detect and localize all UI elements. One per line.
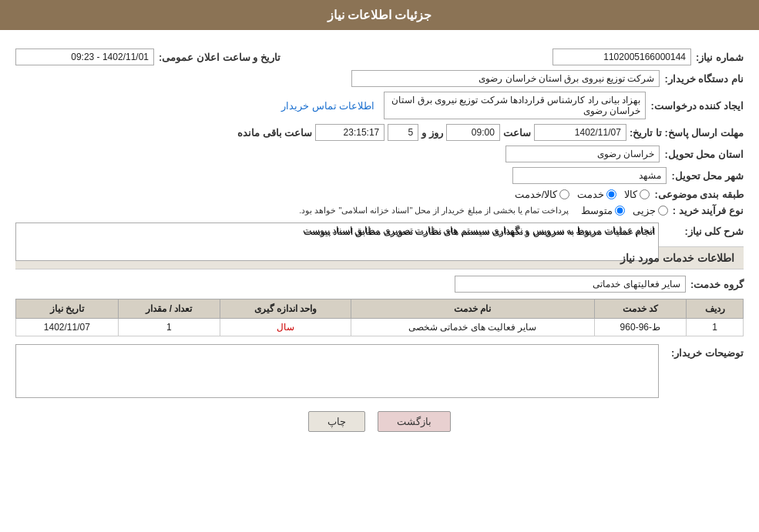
col-tarikh: تاریخ نیاز	[16, 299, 119, 319]
noefar-jozyi[interactable]: جزیی	[633, 205, 668, 216]
row-shahr: شهر محل تحویل: مشهد	[15, 167, 744, 184]
shomareNiaz-value: 1102005166000144	[552, 49, 691, 65]
row-ostan: استان محل تحویل: خراسان رضوی	[15, 146, 744, 162]
ostan-value: خراسان رضوی	[505, 146, 660, 162]
mohlat-saat-label: ساعت	[503, 127, 531, 139]
page-wrapper: جزئیات اطلاعات نیاز شماره نیاز: 11020051…	[0, 0, 759, 532]
tosif-textarea[interactable]	[15, 344, 659, 398]
cell-vahed: سال	[220, 319, 351, 336]
col-kod: کد خدمت	[594, 299, 686, 319]
row-tosif: توضیحات خریدار:	[15, 344, 744, 400]
tabaqe-radio-group: کالا خدمت کالا/خدمت	[515, 189, 650, 200]
back-button[interactable]: بازگشت	[378, 411, 451, 432]
shomareNiaz-label: شماره نیاز:	[696, 52, 744, 63]
mohlat-label: مهلت ارسال پاسخ: تا تاریخ:	[630, 127, 744, 139]
content-area: شماره نیاز: 1102005166000144 تاریخ و ساع…	[0, 30, 759, 450]
noefar-note: پرداخت تمام یا بخشی از مبلغ خریدار از مح…	[299, 206, 569, 216]
row-noefar: نوع فرآیند خرید : جزیی متوسط پرداخت تمام…	[15, 205, 744, 216]
gohre-value: سایر فعالیتهای خدماتی	[455, 276, 686, 293]
table-row: 1 ط-96-960 سایر فعالیت های خدماتی شخصی س…	[16, 319, 744, 336]
tamas-link[interactable]: اطلاعات تماس خریدار	[281, 100, 374, 112]
mohlat-roz: 5	[388, 124, 418, 141]
cell-kod: ط-96-960	[594, 319, 686, 336]
shahr-label: شهر محل تحویل:	[671, 170, 744, 182]
col-tedad: تعداد / مقدار	[118, 299, 220, 319]
col-radif: ردیف	[687, 299, 744, 319]
tarikh-value: 1402/11/01 - 09:23	[15, 49, 154, 65]
mohlat-date: 1402/11/07	[534, 124, 626, 141]
col-vahed: واحد اندازه گیری	[220, 299, 351, 319]
namdastgah-label: نام دستگاه خریدار:	[664, 73, 744, 85]
ijadkonande-value: بهزاد بیانی راد کارشناس قراردادها شرکت ت…	[384, 92, 646, 119]
services-table: ردیف کد خدمت نام خدمت واحد اندازه گیری ت…	[15, 299, 744, 336]
tabaqe-label: طبقه بندی موضوعی:	[654, 189, 744, 200]
mohlat-saat: 09:00	[446, 124, 500, 141]
sharh-textarea[interactable]	[15, 223, 659, 261]
ijadkonande-label: ایجاد کننده درخواست:	[650, 100, 744, 112]
ostan-label: استان محل تحویل:	[664, 149, 744, 160]
noefar-motevaset[interactable]: متوسط	[581, 205, 625, 216]
sharh-label: شرح کلی نیاز:	[659, 223, 744, 237]
noefar-label: نوع فرآیند خرید :	[673, 205, 744, 216]
mohlat-baqi: 23:15:17	[315, 124, 385, 141]
cell-tarikh: 1402/11/07	[16, 319, 119, 336]
tabaqe-khedmat[interactable]: خدمت	[577, 189, 616, 200]
print-button[interactable]: چاپ	[308, 411, 365, 432]
page-title: جزئیات اطلاعات نیاز	[0, 0, 759, 30]
tabaqe-kala[interactable]: کالا	[624, 189, 650, 200]
row-sharh: شرح کلی نیاز: انجام عملیات مربوط به سروی…	[15, 223, 744, 239]
row-gohre: گروه خدمت: سایر فعالیتهای خدماتی	[15, 276, 744, 293]
row-tabaqe: طبقه بندی موضوعی: کالا خدمت کالا/خدمت	[15, 189, 744, 200]
tosif-label: توضیحات خریدار:	[659, 344, 744, 359]
gohre-label: گروه خدمت:	[690, 279, 744, 290]
cell-tedad: 1	[118, 319, 220, 336]
mohlat-baqi-label: ساعت باقی مانده	[237, 127, 312, 139]
tarikh-label: تاریخ و ساعت اعلان عمومی:	[159, 52, 280, 63]
button-row: بازگشت چاپ	[15, 411, 744, 432]
row-mohlat: مهلت ارسال پاسخ: تا تاریخ: 1402/11/07 سا…	[15, 124, 744, 141]
noefar-radio-group: جزیی متوسط	[581, 205, 668, 216]
mohlat-roz-label: روز و	[421, 127, 443, 139]
row-shomara-tarikh: شماره نیاز: 1102005166000144 تاریخ و ساع…	[15, 49, 744, 65]
col-nam: نام خدمت	[351, 299, 595, 319]
namdastgah-value: شرکت توزیع نیروی برق استان خراسان رضوی	[351, 70, 660, 87]
services-table-section: ردیف کد خدمت نام خدمت واحد اندازه گیری ت…	[15, 299, 744, 336]
row-ijadkonande: ایجاد کننده درخواست: بهزاد بیانی راد کار…	[15, 92, 744, 119]
shahr-value: مشهد	[512, 167, 667, 184]
tabaqe-kala-khedmat[interactable]: کالا/خدمت	[515, 189, 570, 200]
cell-radif: 1	[687, 319, 744, 336]
row-namdastgah: نام دستگاه خریدار: شرکت توزیع نیروی برق …	[15, 70, 744, 87]
cell-nam: سایر فعالیت های خدماتی شخصی	[351, 319, 595, 336]
